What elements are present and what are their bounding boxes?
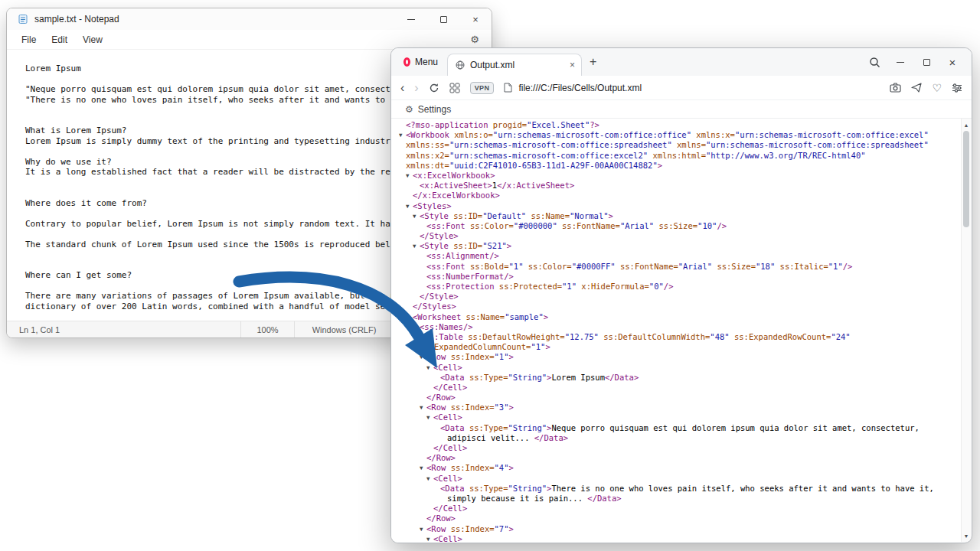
- xml-line: ▼<Style ss:ID="Default" ss:Name="Normal"…: [399, 211, 961, 221]
- xml-line: <ss:Font ss:Color="#000000" ss:FontName=…: [399, 221, 961, 231]
- url-field[interactable]: file:///C:/Files/Cells/Output.xml: [504, 83, 642, 93]
- reload-icon[interactable]: [429, 83, 439, 93]
- xml-line: xmlns:ss="urn:schemas-microsoft-com:offi…: [399, 140, 961, 150]
- xml-line: <ss:Font ss:Bold="1" ss:Color="#0000FF" …: [399, 262, 961, 272]
- send-to-device-icon[interactable]: [911, 83, 922, 93]
- globe-icon: [456, 60, 465, 70]
- notepad-settings-gear-icon[interactable]: ⚙: [470, 34, 479, 45]
- xml-line: </Cell>: [399, 443, 961, 453]
- new-tab-button[interactable]: +: [582, 54, 604, 70]
- xml-line: ss:ExpandedColumnCount="1">: [399, 342, 961, 352]
- menu-file[interactable]: File: [15, 32, 43, 47]
- collapse-toggle-icon[interactable]: ▼: [426, 474, 433, 484]
- maximize-icon: [440, 16, 447, 23]
- page-icon: [504, 83, 512, 93]
- collapse-toggle-icon[interactable]: ▼: [406, 201, 413, 211]
- scrollbar[interactable]: ▲ ▼: [961, 119, 971, 542]
- zoom-level: 100%: [240, 321, 294, 337]
- collapse-toggle-icon[interactable]: ▼: [426, 412, 433, 422]
- opera-menu-button[interactable]: Menu: [397, 54, 444, 70]
- collapse-toggle-icon[interactable]: ▼: [420, 463, 426, 473]
- collapse-toggle-icon[interactable]: ▼: [413, 332, 420, 342]
- xml-line: <x:ActiveSheet>1</x:ActiveSheet>: [399, 181, 961, 191]
- xml-line: ▼<Cell>: [399, 474, 961, 484]
- collapse-toggle-icon[interactable]: ▼: [420, 524, 426, 534]
- xml-line: </Style>: [399, 292, 961, 302]
- gear-icon: ⚙: [405, 104, 413, 115]
- collapse-toggle-icon[interactable]: ▼: [420, 352, 426, 362]
- tab-title: Output.xml: [470, 60, 564, 70]
- xml-line: <Data ss:Type="String">There is no one w…: [399, 484, 961, 494]
- scrollbar-thumb[interactable]: [963, 131, 969, 227]
- collapse-toggle-icon[interactable]: ▼: [406, 312, 413, 322]
- collapse-toggle-icon[interactable]: ▼: [413, 241, 420, 251]
- xml-line: xmlns:x2="urn:schemas-microsoft-com:offi…: [399, 151, 961, 161]
- xml-line: ▼<Style ss:ID="S21">: [399, 241, 961, 251]
- line-ending: Windows (CRLF): [294, 321, 394, 337]
- browser-close-button[interactable]: ×: [941, 52, 964, 72]
- xml-line: ▼<Cell>: [399, 412, 961, 422]
- easy-setup-sliders-icon[interactable]: [952, 83, 962, 93]
- collapse-toggle-icon[interactable]: ▼: [399, 130, 406, 140]
- browser-tabstrip: Menu Output.xml × + ×: [391, 48, 972, 76]
- xml-line: </Styles>: [399, 302, 961, 311]
- xml-line: </Cell>: [399, 383, 961, 393]
- xml-line: </Row>: [399, 453, 961, 463]
- browser-minimize-button[interactable]: [889, 52, 912, 72]
- xml-viewer[interactable]: <?mso-application progid="Excel.Sheet"?>…: [391, 119, 961, 543]
- xml-line: adipisci velit... </Data>: [399, 433, 961, 443]
- back-icon[interactable]: ‹: [400, 82, 404, 94]
- opera-menu-label: Menu: [415, 57, 438, 67]
- forward-icon[interactable]: ›: [414, 82, 418, 94]
- browser-addressbar: ‹ › VPN file:///C:/Files/Cells/Output.xm…: [391, 76, 972, 100]
- xml-line: <ss:Alignment/>: [399, 251, 961, 261]
- minimize-icon: [897, 62, 904, 63]
- close-icon: ×: [472, 14, 479, 25]
- browser-maximize-button[interactable]: [915, 52, 938, 72]
- bookmark-settings[interactable]: Settings: [418, 104, 451, 115]
- xml-line: <ss:Protection ss:Protected="1" x:HideFo…: [399, 282, 961, 292]
- notepad-minimize-button[interactable]: [395, 8, 427, 30]
- notepad-close-button[interactable]: ×: [459, 8, 492, 30]
- tab-output-xml[interactable]: Output.xml ×: [447, 54, 582, 76]
- scroll-down-icon[interactable]: ▼: [962, 531, 971, 540]
- notepad-window-title: sample.txt - Notepad: [34, 14, 119, 24]
- tab-tiling-icon[interactable]: [449, 83, 460, 93]
- xml-line: <Data ss:Type="String">Lorem Ipsum</Data…: [399, 373, 961, 383]
- xml-line: ▼<Cell>: [399, 534, 961, 543]
- collapse-toggle-icon[interactable]: ▼: [413, 211, 420, 221]
- search-button[interactable]: [863, 52, 886, 72]
- tab-close-icon[interactable]: ×: [570, 60, 575, 70]
- collapse-toggle-icon[interactable]: ▼: [426, 534, 433, 543]
- xml-line: </x:ExcelWorkbook>: [399, 191, 961, 201]
- xml-line: ▼<x:ExcelWorkbook>: [399, 171, 961, 181]
- collapse-toggle-icon[interactable]: ▼: [426, 363, 433, 373]
- snapshot-camera-icon[interactable]: [890, 83, 901, 93]
- notepad-maximize-button[interactable]: [427, 8, 459, 30]
- desktop: sample.txt - Notepad × File Edit View ⚙ …: [0, 0, 980, 551]
- bookmark-heart-icon[interactable]: ♡: [932, 83, 942, 93]
- xml-line: ▼<Workbook xmlns:o="urn:schemas-microsof…: [399, 130, 961, 140]
- maximize-icon: [923, 59, 930, 66]
- notepad-titlebar[interactable]: sample.txt - Notepad ×: [7, 8, 492, 30]
- xml-line: ▼<Row ss:Index="7">: [399, 524, 961, 534]
- notepad-app-icon: [18, 14, 28, 24]
- xml-line: ▼<Row ss:Index="3">: [399, 403, 961, 412]
- xml-line: <?mso-application progid="Excel.Sheet"?>: [399, 120, 961, 130]
- collapse-toggle-icon[interactable]: ▼: [420, 403, 426, 412]
- menu-edit[interactable]: Edit: [44, 32, 74, 47]
- collapse-toggle-icon[interactable]: ▼: [406, 171, 413, 181]
- xml-line: </Row>: [399, 514, 961, 523]
- search-icon: [869, 57, 880, 68]
- xml-line: ▼<Worksheet ss:Name="sample">: [399, 312, 961, 322]
- cursor-position: Ln 1, Col 1: [7, 325, 240, 334]
- xml-line: ▼<Row ss:Index="1">: [399, 352, 961, 362]
- xml-line: ▼<Styles>: [399, 201, 961, 211]
- close-icon: ×: [949, 56, 956, 69]
- minimize-icon: [407, 19, 415, 20]
- xml-line: xmlns:dt="uuid:C2F41010-65B3-11d1-A29F-0…: [399, 161, 961, 171]
- menu-view[interactable]: View: [76, 32, 109, 47]
- scroll-up-icon[interactable]: ▲: [962, 120, 971, 129]
- xml-line: <ss:Names/>: [399, 322, 961, 332]
- vpn-badge[interactable]: VPN: [470, 82, 495, 94]
